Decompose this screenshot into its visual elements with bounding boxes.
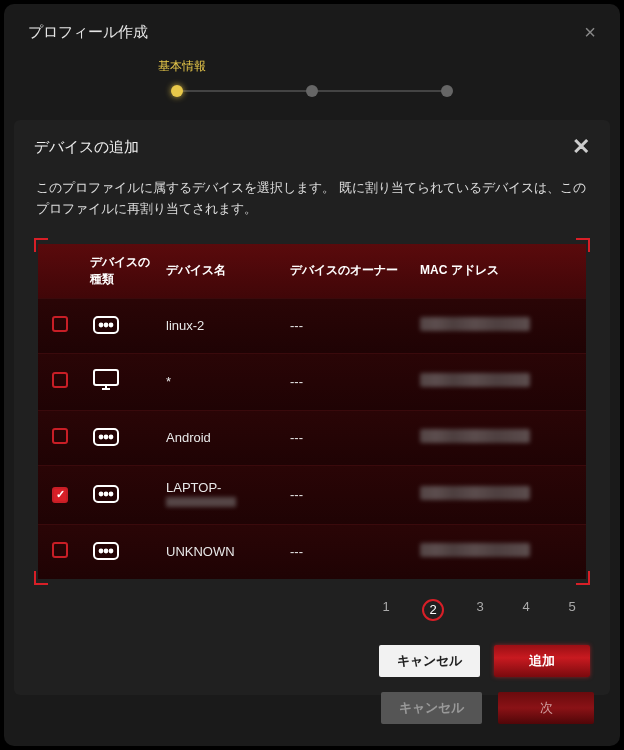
device-mac (412, 298, 586, 353)
row-checkbox[interactable] (52, 316, 68, 332)
svg-point-2 (105, 323, 108, 326)
device-name: * (158, 353, 282, 410)
svg-point-3 (110, 323, 113, 326)
svg-rect-4 (94, 370, 118, 385)
device-owner: --- (282, 465, 412, 524)
close-icon[interactable]: × (584, 22, 596, 42)
device-type-icon (90, 313, 122, 337)
page-3[interactable]: 3 (470, 599, 490, 621)
device-name: UNKNOWN (158, 524, 282, 579)
device-mac (412, 353, 586, 410)
svg-point-12 (100, 492, 103, 495)
device-mac (412, 465, 586, 524)
modal-title: デバイスの追加 (34, 138, 139, 157)
page-2[interactable]: 2 (422, 599, 444, 621)
row-checkbox[interactable] (52, 372, 68, 388)
progress-stepper: 基本情報 (4, 52, 620, 120)
device-type-icon (90, 368, 122, 392)
col-header-type: デバイスの種類 (82, 244, 158, 299)
frame-corner (576, 238, 590, 252)
page-1[interactable]: 1 (376, 599, 396, 621)
table-row: *--- (38, 353, 586, 410)
row-checkbox[interactable] (52, 542, 68, 558)
device-table: デバイスの種類 デバイス名 デバイスのオーナー MAC アドレス linux-2… (38, 244, 586, 579)
device-owner: --- (282, 353, 412, 410)
col-header-owner: デバイスのオーナー (282, 244, 412, 299)
outer-cancel-button[interactable]: キャンセル (381, 692, 482, 724)
frame-corner (34, 571, 48, 585)
page-5[interactable]: 5 (562, 599, 582, 621)
svg-point-16 (100, 549, 103, 552)
device-owner: --- (282, 410, 412, 465)
add-device-modal: デバイスの追加 ✕ このプロファイルに属するデバイスを選択します。 既に割り当て… (14, 120, 610, 695)
svg-point-9 (105, 435, 108, 438)
svg-point-8 (100, 435, 103, 438)
device-owner: --- (282, 298, 412, 353)
device-mac (412, 410, 586, 465)
step-dot-1 (171, 85, 183, 97)
table-row: linux-2--- (38, 298, 586, 353)
page-4[interactable]: 4 (516, 599, 536, 621)
svg-point-14 (110, 492, 113, 495)
modal-description: このプロファイルに属するデバイスを選択します。 既に割り当てられているデバイスは… (14, 172, 610, 238)
svg-point-1 (100, 323, 103, 326)
device-owner: --- (282, 524, 412, 579)
row-checkbox[interactable] (52, 487, 68, 503)
row-checkbox[interactable] (52, 428, 68, 444)
col-header-mac: MAC アドレス (412, 244, 586, 299)
svg-point-17 (105, 549, 108, 552)
step-dot-3 (441, 85, 453, 97)
modal-cancel-button[interactable]: キャンセル (379, 645, 480, 677)
frame-corner (34, 238, 48, 252)
device-name: linux-2 (158, 298, 282, 353)
table-row: UNKNOWN--- (38, 524, 586, 579)
modal-close-icon[interactable]: ✕ (572, 136, 590, 158)
step-dot-2 (306, 85, 318, 97)
device-type-icon (90, 539, 122, 563)
col-header-name: デバイス名 (158, 244, 282, 299)
device-mac (412, 524, 586, 579)
device-name: LAPTOP- (158, 465, 282, 524)
device-name: Android (158, 410, 282, 465)
modal-add-button[interactable]: 追加 (494, 645, 590, 677)
step-label: 基本情報 (158, 58, 206, 75)
device-type-icon (90, 425, 122, 449)
svg-point-13 (105, 492, 108, 495)
outer-next-button[interactable]: 次 (498, 692, 594, 724)
page-title: プロフィール作成 (28, 23, 148, 42)
svg-point-18 (110, 549, 113, 552)
device-type-icon (90, 482, 122, 506)
pagination: 12345 (14, 585, 610, 627)
frame-corner (576, 571, 590, 585)
table-row: Android--- (38, 410, 586, 465)
svg-point-10 (110, 435, 113, 438)
table-row: LAPTOP---- (38, 465, 586, 524)
